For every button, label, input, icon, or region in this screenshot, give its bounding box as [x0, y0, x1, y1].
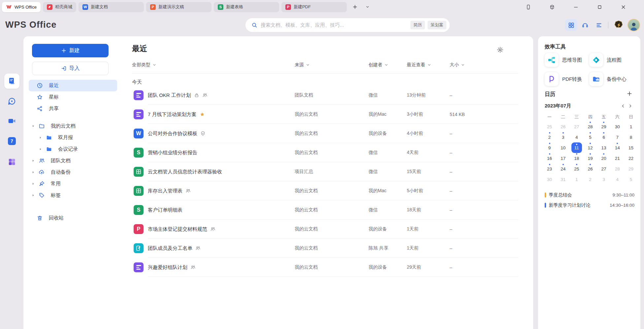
- sidebar-item-共享[interactable]: 共享: [29, 103, 117, 114]
- window-tab[interactable]: 稻壳商城: [43, 2, 76, 12]
- calendar-day[interactable]: 26: [583, 164, 597, 174]
- tool-思维导图[interactable]: 思维导图: [545, 52, 589, 68]
- file-row[interactable]: S客户订单明细表我的云文档微信18天前–: [132, 200, 518, 220]
- rail-item-meeting[interactable]: [4, 113, 19, 129]
- settings-gear-icon[interactable]: [497, 46, 504, 53]
- file-row[interactable]: P市场主体登记提交材料规范我的云文档我的设备1天前–: [132, 220, 518, 239]
- calendar-day[interactable]: 14: [611, 142, 624, 153]
- calendar-day[interactable]: 26: [556, 121, 570, 132]
- window-tab[interactable]: P新建PDF: [281, 2, 347, 12]
- calendar-day[interactable]: 28: [583, 121, 597, 132]
- calendar-day[interactable]: 27: [597, 164, 611, 174]
- import-button[interactable]: 导入: [32, 62, 109, 75]
- calendar-day[interactable]: 29: [597, 121, 611, 132]
- tool-流程图[interactable]: 流程图: [589, 52, 634, 68]
- caret-right-icon[interactable]: [31, 194, 35, 197]
- new-tab-button[interactable]: [351, 3, 359, 11]
- tool-备份中心[interactable]: 备份中心: [589, 71, 634, 87]
- maximize-button[interactable]: [596, 4, 603, 10]
- filter-最近查看[interactable]: 最近查看: [407, 62, 431, 68]
- sidebar-tree-标签[interactable]: 标签: [29, 190, 117, 201]
- calendar-day[interactable]: 3: [597, 174, 611, 185]
- support-headset-button[interactable]: [579, 19, 591, 31]
- window-tab[interactable]: WPS Office: [2, 2, 41, 12]
- mobile-button[interactable]: [525, 4, 531, 10]
- calendar-next-button[interactable]: [627, 102, 634, 109]
- rail-item-apps[interactable]: [4, 154, 19, 169]
- calendar-day[interactable]: 5: [624, 174, 638, 185]
- apps-grid-button[interactable]: [565, 19, 577, 31]
- sidebar-tree-常用[interactable]: 常用: [29, 178, 117, 190]
- caret-right-icon[interactable]: [31, 170, 35, 174]
- filter-全部类型[interactable]: 全部类型: [132, 62, 156, 68]
- sidebar-tree-我的云文档[interactable]: 我的云文档: [29, 120, 117, 132]
- calendar-day[interactable]: 3: [556, 132, 570, 142]
- close-button[interactable]: [620, 4, 627, 10]
- file-row[interactable]: 团队成员及分工名单我的云文档陈旭 共享1天前–: [132, 239, 518, 258]
- window-tab[interactable]: P新建演示文稿: [146, 2, 211, 12]
- filter-来源[interactable]: 来源: [295, 62, 310, 68]
- add-event-button[interactable]: [627, 91, 634, 98]
- new-document-button[interactable]: 新建: [32, 44, 109, 57]
- calendar-day[interactable]: 23: [543, 164, 556, 174]
- calendar-day[interactable]: 8: [624, 132, 638, 142]
- calendar-event[interactable]: 季度总结会9:30–11:00: [545, 190, 634, 200]
- calendar-day[interactable]: 16: [543, 153, 556, 164]
- calendar-day[interactable]: 31: [556, 174, 570, 185]
- search-hot-tag[interactable]: 简历: [410, 21, 425, 29]
- search-bar[interactable]: 搜索文档、模板、文库、应用、技巧... 简历策划案: [245, 18, 450, 32]
- sidebar-item-回收站[interactable]: 回收站: [29, 212, 117, 224]
- sidebar-tree-会议记录[interactable]: 会议记录: [29, 143, 117, 155]
- sidebar-tree-自动备份[interactable]: 自动备份: [29, 166, 117, 178]
- calendar-day[interactable]: 20: [597, 153, 611, 164]
- rail-item-calendar-7[interactable]: 7: [4, 134, 19, 149]
- calendar-day[interactable]: 29: [624, 164, 638, 174]
- file-row[interactable]: S营销小组业绩分析报告我的云文档微信4天前–: [132, 143, 518, 162]
- membership-badge[interactable]: [612, 19, 625, 31]
- calendar-day[interactable]: 30: [611, 121, 624, 132]
- workspace-button[interactable]: [549, 4, 555, 10]
- calendar-day[interactable]: 25: [543, 121, 556, 132]
- caret-right-icon[interactable]: [39, 136, 42, 139]
- calendar-day[interactable]: 28: [611, 164, 624, 174]
- calendar-day[interactable]: 2: [543, 132, 556, 142]
- calendar-day[interactable]: 27: [570, 121, 583, 132]
- search-hot-tag[interactable]: 策划案: [428, 21, 446, 29]
- window-tab[interactable]: W新建文档: [79, 2, 144, 12]
- calendar-day[interactable]: 5: [583, 132, 597, 142]
- sidebar-item-最近[interactable]: 最近: [29, 80, 117, 91]
- caret-right-icon[interactable]: [31, 159, 35, 163]
- sidebar-tree-团队文档[interactable]: 团队文档: [29, 155, 117, 166]
- calendar-day[interactable]: 12: [583, 142, 597, 153]
- rail-item-docs-home[interactable]: [4, 74, 19, 89]
- tool-PDF转换[interactable]: PDF转换: [545, 71, 589, 87]
- file-row[interactable]: 团队 OKR 工作计划团队文档微信13分钟前–: [132, 86, 518, 105]
- filter-大小[interactable]: 大小: [450, 62, 465, 68]
- calendar-day[interactable]: 1: [624, 121, 638, 132]
- file-row[interactable]: 7 月线下活动策划方案我的云文档我的Mac3小时前514 KB: [132, 105, 518, 124]
- calendar-day[interactable]: 25: [570, 164, 583, 174]
- calendar-day[interactable]: 18: [570, 153, 583, 164]
- file-row[interactable]: 云文档管人员信息统计表理器验收项目汇总微信15天前–: [132, 162, 518, 181]
- calendar-day[interactable]: 7: [611, 132, 624, 142]
- calendar-day[interactable]: 6: [597, 132, 611, 142]
- caret-down-icon[interactable]: [31, 124, 35, 128]
- calendar-day[interactable]: 15: [624, 142, 638, 153]
- tab-list-dropdown[interactable]: [363, 3, 372, 11]
- calendar-day[interactable]: 2: [583, 174, 597, 185]
- avatar[interactable]: [628, 19, 640, 31]
- calendar-day[interactable]: 21: [611, 153, 624, 164]
- calendar-event[interactable]: 新季度学习计划讨论14:30–16:00: [545, 200, 634, 210]
- calendar-day[interactable]: 4: [570, 132, 583, 142]
- caret-right-icon[interactable]: [39, 147, 42, 151]
- window-tab[interactable]: S新建表格: [214, 2, 279, 12]
- sidebar-tree-双月报[interactable]: 双月报: [29, 132, 117, 143]
- calendar-prev-button[interactable]: [619, 102, 627, 109]
- calendar-day[interactable]: 30: [543, 174, 556, 185]
- calendar-day[interactable]: 1: [570, 174, 583, 185]
- caret-right-icon[interactable]: [31, 182, 35, 186]
- minimize-button[interactable]: [572, 4, 579, 10]
- calendar-day[interactable]: 22: [624, 153, 638, 164]
- calendar-day[interactable]: 17: [556, 153, 570, 164]
- rail-item-chat[interactable]: [4, 94, 19, 109]
